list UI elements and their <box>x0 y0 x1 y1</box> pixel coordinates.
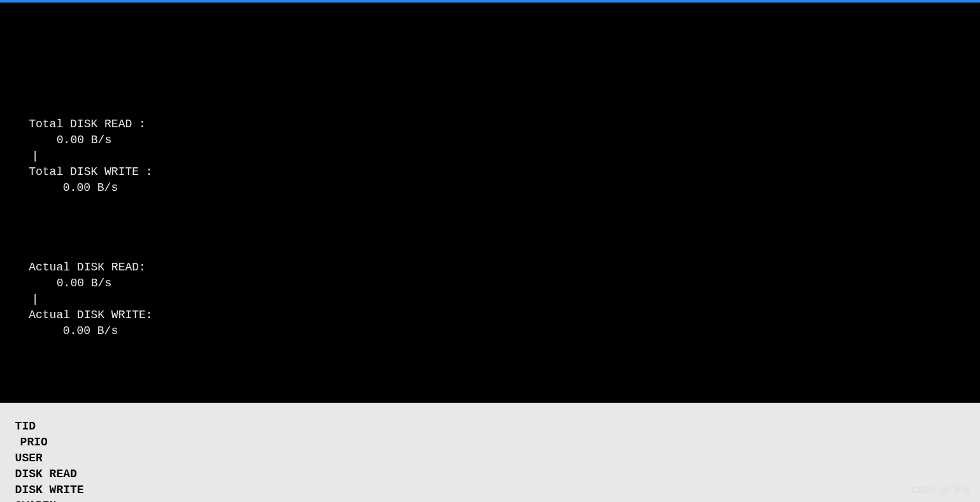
pipe-separator: | <box>29 291 41 307</box>
col-prio[interactable]: PRIO <box>15 436 48 449</box>
total-write-value: 0.00 B/s <box>29 180 118 196</box>
actual-write-value: 0.00 B/s <box>29 323 118 339</box>
summary-block: Total DISK READ : 0.00 B/s | Total DISK … <box>0 66 980 371</box>
watermark-text: CSDN @L罗盛 <box>911 482 971 498</box>
actual-read-label: Actual DISK READ: <box>29 260 156 275</box>
col-user[interactable]: USER <box>15 452 43 464</box>
col-diskread[interactable]: DISK READ <box>15 468 77 480</box>
total-read-label: Total DISK READ : <box>29 116 156 132</box>
pipe-separator: | <box>29 148 41 164</box>
total-read-value: 0.00 B/s <box>29 132 118 148</box>
actual-read-value: 0.00 B/s <box>29 275 118 291</box>
col-swapin[interactable]: SWAPIN <box>15 499 57 502</box>
summary-actual-line: Actual DISK READ: 0.00 B/s | Actual DISK… <box>1 244 979 355</box>
summary-total-line: Total DISK READ : 0.00 B/s | Total DISK … <box>1 101 979 212</box>
column-header-row[interactable]: TID PRIO USER DISK READ DISK WRITE SWAPI… <box>0 403 980 502</box>
col-diskwrite[interactable]: DISK WRITE <box>15 484 84 496</box>
col-tid[interactable]: TID <box>15 420 36 433</box>
actual-write-label: Actual DISK WRITE: <box>29 307 162 323</box>
total-write-label: Total DISK WRITE : <box>29 164 162 180</box>
